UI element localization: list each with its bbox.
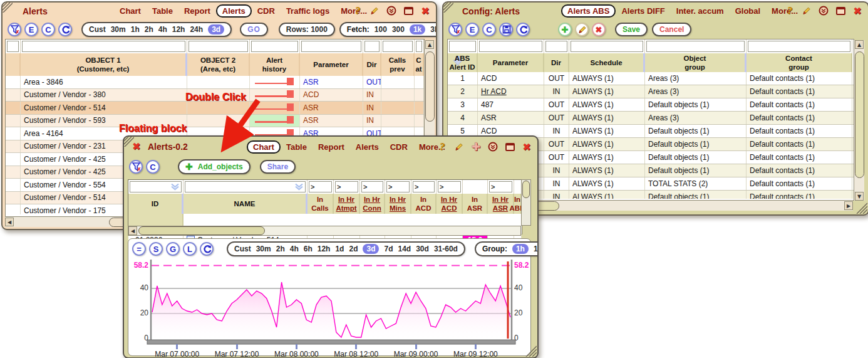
- column-header-abs[interactable]: ABSAlert ID: [448, 53, 478, 72]
- menu-item-cdr[interactable]: CDR: [385, 141, 413, 153]
- preset-12h[interactable]: 12h: [318, 245, 331, 253]
- column-header-contact[interactable]: Contactgroup: [747, 53, 852, 72]
- logo-icon[interactable]: [386, 5, 397, 16]
- menu-item-cdr[interactable]: CDR: [252, 5, 281, 17]
- window-icon[interactable]: [504, 141, 515, 152]
- menu-item-alerts-abs[interactable]: Alerts ABS: [561, 4, 616, 18]
- column-filter-input[interactable]: [189, 41, 248, 52]
- edit-row-button[interactable]: [575, 23, 589, 36]
- refresh-button[interactable]: [516, 23, 530, 36]
- preset-2h[interactable]: 2h: [276, 245, 285, 253]
- c-button[interactable]: C: [146, 160, 160, 174]
- column-filter-input[interactable]: >: [438, 181, 461, 192]
- preset-24h[interactable]: 24h: [190, 25, 203, 34]
- titlebar[interactable]: Alerts ChartTableReportAlertsCDRTraffic …: [3, 3, 436, 20]
- preset-3d[interactable]: 3d: [363, 244, 379, 254]
- preset-3160d[interactable]: 31-60d: [434, 245, 458, 253]
- preset-1d[interactable]: 1d: [534, 245, 539, 253]
- column-header-alert[interactable]: Alerthistory: [250, 53, 300, 76]
- preset-6h[interactable]: 6h: [304, 245, 313, 253]
- preset-3d[interactable]: 3d: [208, 24, 224, 34]
- column-header-calls[interactable]: Callsprev: [381, 53, 415, 76]
- column-filter-input[interactable]: >: [335, 181, 358, 192]
- column-header-in-calls[interactable]: InCalls: [307, 194, 334, 214]
- column-header-in-asr[interactable]: InASR: [463, 194, 488, 214]
- column-filter-input[interactable]: >: [489, 181, 512, 192]
- column-filter-input[interactable]: [479, 41, 542, 52]
- column-filter-input[interactable]: [416, 41, 422, 52]
- column-filter-input[interactable]: [449, 41, 476, 52]
- menu-item-report[interactable]: Report: [178, 5, 216, 17]
- scroll-right-button[interactable]: ▶: [844, 201, 853, 210]
- table-row[interactable]: Area - 3846ASROUT: [6, 76, 424, 89]
- menu-item-report[interactable]: Report: [313, 141, 350, 153]
- preset-12h[interactable]: 12h: [172, 25, 185, 34]
- chart-S-button[interactable]: S: [149, 242, 163, 256]
- scroll-left-button[interactable]: ◀: [128, 226, 137, 235]
- preset-30m[interactable]: 30m: [111, 25, 126, 34]
- preset-1d[interactable]: 1d: [335, 245, 344, 253]
- scroll-up-button[interactable]: ▲: [425, 40, 434, 49]
- vertical-scrollbar[interactable]: ▲ ▼: [854, 40, 864, 201]
- pencil-icon[interactable]: [453, 141, 465, 152]
- table-row[interactable]: Customer / Vendor - 514ASRIN: [6, 102, 424, 115]
- column-filter-input[interactable]: [251, 41, 298, 52]
- add-objects-button[interactable]: ✚ Add_objects: [178, 159, 251, 174]
- column-filter-input[interactable]: [22, 41, 185, 52]
- preset-2h[interactable]: 2h: [145, 25, 153, 34]
- close-icon[interactable]: ✖: [852, 5, 863, 16]
- window-icon[interactable]: [835, 5, 846, 16]
- go-button[interactable]: GO: [240, 23, 268, 36]
- column-filter-input[interactable]: [383, 41, 413, 52]
- preset-cust[interactable]: Cust: [89, 25, 106, 34]
- column-filter-input[interactable]: [545, 41, 567, 52]
- column-filter-input[interactable]: >: [386, 181, 410, 192]
- plus-icon[interactable]: ✚: [470, 141, 482, 152]
- preset-30d[interactable]: 30d: [416, 245, 429, 253]
- column-header-in-hr-atmpt[interactable]: In HrAtmpt: [334, 194, 360, 214]
- c-button[interactable]: C: [41, 23, 55, 36]
- column-header-object[interactable]: Objectgroup: [645, 53, 747, 72]
- refresh-button[interactable]: [200, 242, 214, 256]
- column-header-in-hr-conn[interactable]: In HrConn: [360, 194, 385, 214]
- cancel-button[interactable]: Cancel: [652, 23, 691, 36]
- delete-row-button[interactable]: ✖: [592, 23, 606, 36]
- help-icon[interactable]: ?: [437, 141, 448, 152]
- filter-button[interactable]: ✗: [8, 23, 21, 36]
- preset-4h[interactable]: 4h: [158, 25, 167, 34]
- add-row-button[interactable]: ✚: [558, 23, 572, 36]
- preset-1h[interactable]: 1h: [512, 244, 529, 254]
- scroll-up-button[interactable]: ▲: [855, 40, 864, 49]
- column-header-in-hr-acd[interactable]: In HrACD: [437, 194, 463, 214]
- refresh-button[interactable]: [58, 23, 72, 36]
- column-header-in-acd[interactable]: InACD: [411, 194, 437, 214]
- preset-14d[interactable]: 14d: [398, 245, 411, 253]
- chart[interactable]: 002020404058.258.2Mar 07 00:00Mar 07 12:…: [128, 256, 530, 355]
- filter-button[interactable]: ✗: [129, 160, 143, 174]
- column-filter-input[interactable]: [185, 181, 306, 192]
- scroll-down-button[interactable]: ▼: [855, 192, 864, 201]
- preset-30m[interactable]: 30m: [256, 245, 271, 253]
- preset-300[interactable]: 300: [392, 25, 405, 34]
- resize-grip-icon[interactable]: [856, 203, 867, 214]
- table-row[interactable]: Customer / Vendor - 593ASRIN: [6, 115, 424, 128]
- menu-item-traffic-logs[interactable]: Traffic logs: [281, 5, 335, 17]
- column-filter-input[interactable]: [301, 41, 361, 52]
- menu-item-table[interactable]: Table: [281, 141, 313, 153]
- horizontal-scrollbar[interactable]: ◀: [128, 226, 521, 236]
- column-filter-input[interactable]: [364, 41, 380, 52]
- preset-cust[interactable]: Cust: [234, 245, 251, 253]
- config-row[interactable]: 2Hr ACDINALWAYS (1)Areas (3)Default cont…: [448, 85, 854, 98]
- preset-1h[interactable]: 1h: [131, 25, 140, 34]
- menu-item-chart[interactable]: Chart: [247, 140, 281, 154]
- scrollbar-thumb[interactable]: [425, 51, 435, 122]
- titlebar[interactable]: ✖ Alerts-0.2 ChartTableReportAlertsCDRMo…: [124, 137, 537, 157]
- menu-item-alerts[interactable]: Alerts: [350, 141, 385, 153]
- pencil-icon[interactable]: [801, 5, 812, 16]
- column-header-blank[interactable]: [6, 53, 21, 76]
- e-button[interactable]: E: [24, 23, 38, 36]
- column-header-parameter[interactable]: Parameter: [478, 53, 544, 72]
- help-icon[interactable]: ?: [352, 5, 363, 16]
- menu-item-chart[interactable]: Chart: [114, 5, 147, 17]
- e-button[interactable]: E: [465, 23, 479, 36]
